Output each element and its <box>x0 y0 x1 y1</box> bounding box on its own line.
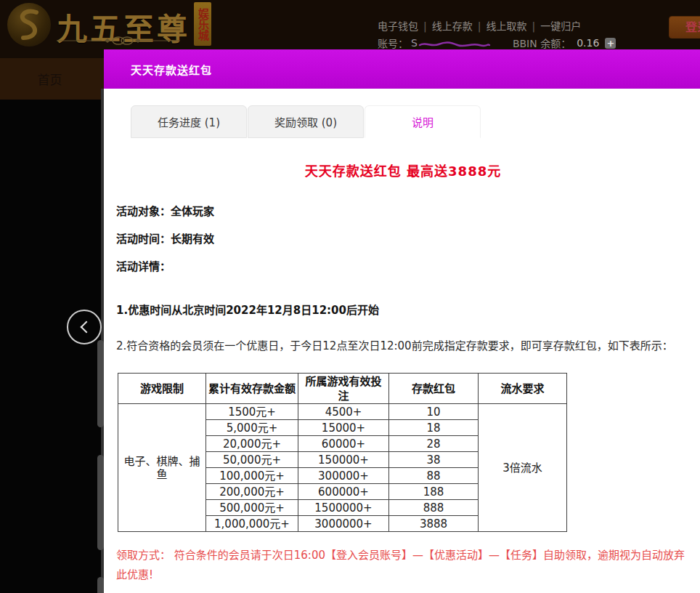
table-cell: 20,000元+ <box>206 436 298 452</box>
header-quick-links: 电子钱包|线上存款|线上取款|一键归户 <box>378 18 581 33</box>
table-cell: 1,000,000元+ <box>206 516 298 532</box>
table-cell: 18 <box>389 420 479 436</box>
link-online-withdraw[interactable]: 线上取款 <box>486 20 526 32</box>
deposit-bonus-table: 游戏限制 累计有效存款金额 所属游戏有效投注 存款红包 流水要求 电子、棋牌、捕… <box>118 373 567 532</box>
table-cell: 150000+ <box>298 452 389 468</box>
logo-mark-icon <box>7 3 51 47</box>
table-cell: 4500+ <box>298 404 389 420</box>
table-cell: 1500元+ <box>206 404 298 420</box>
dimmed-side-pill <box>97 577 104 593</box>
promo-rule-2: 2.符合资格的会员须在一个优惠日，于今日12点至次日12:00前完成指定存款要求… <box>116 339 690 352</box>
promo-modal: 天天存款送红包 任务进度 (1) 奖励领取 (0) 说明 天天存款送红包 最高送… <box>104 49 700 593</box>
account-label: 账号： <box>378 36 408 50</box>
col-valid-bets: 所属游戏有效投注 <box>298 374 389 404</box>
nav-item-home[interactable]: 首页 <box>0 58 99 100</box>
col-turnover: 流水要求 <box>479 374 567 404</box>
table-cell: 3888 <box>389 516 479 532</box>
table-cell: 10 <box>389 404 479 420</box>
table-cell: 500,000元+ <box>206 500 298 516</box>
cell-game-limit: 电子、棋牌、捕鱼 <box>118 404 206 532</box>
table-cell: 38 <box>389 452 479 468</box>
account-censor-scribble <box>418 39 491 50</box>
table-cell: 1500000+ <box>298 500 389 516</box>
link-online-deposit[interactable]: 线上存款 <box>432 20 473 32</box>
table-cell: 100,000元+ <box>206 468 298 484</box>
logo-badge: 娱乐城 <box>194 2 211 46</box>
account-value: S <box>411 37 418 49</box>
table-cell: 5,000元+ <box>206 420 298 436</box>
tab-reward-claim[interactable]: 奖励领取 (0) <box>248 105 364 138</box>
table-cell: 888 <box>389 500 479 516</box>
promo-detail-line: 活动详情： <box>116 260 690 273</box>
plus-icon[interactable]: + <box>605 38 616 49</box>
promo-target-line: 活动对象：全体玩家 <box>116 205 690 218</box>
dimmed-side-pill <box>97 340 104 427</box>
modal-header: 天天存款送红包 <box>104 49 700 89</box>
table-cell: 3000000+ <box>298 516 389 532</box>
balance-value: 0.16 <box>577 37 599 49</box>
ornament-divider-icon <box>57 35 180 49</box>
link-separator: | <box>423 20 427 32</box>
carousel-prev-button[interactable] <box>67 310 102 344</box>
promo-rule-1: 1.优惠时间从北京时间2022年12月8日12:00后开始 <box>116 304 690 317</box>
link-ewallet[interactable]: 电子钱包 <box>378 20 418 32</box>
table-cell: 28 <box>389 436 479 452</box>
dimmed-side-pill <box>97 455 104 550</box>
tab-description[interactable]: 说明 <box>365 105 481 138</box>
table-cell: 188 <box>389 484 479 500</box>
col-red-packet: 存款红包 <box>389 374 479 404</box>
modal-body: 任务进度 (1) 奖励领取 (0) 说明 天天存款送红包 最高送3888元 活动… <box>104 89 700 593</box>
link-separator: | <box>478 20 481 32</box>
col-game-limit: 游戏限制 <box>118 374 206 404</box>
tab-task-progress[interactable]: 任务进度 (1) <box>131 105 247 138</box>
table-cell: 15000+ <box>298 420 389 436</box>
claim-note: 领取方式： 符合条件的会员请于次日16:00【登入会员账号】—【优惠活动】—【任… <box>116 546 690 585</box>
modal-tabs: 任务进度 (1) 奖励领取 (0) 说明 <box>131 105 690 138</box>
promo-time-line: 活动时间：长期有效 <box>116 233 690 246</box>
table-header-row: 游戏限制 累计有效存款金额 所属游戏有效投注 存款红包 流水要求 <box>118 374 567 404</box>
col-deposit-amount: 累计有效存款金额 <box>206 374 298 404</box>
link-one-key-transfer[interactable]: 一键归户 <box>540 20 581 32</box>
balance-label: BBIN 余额： <box>513 36 571 50</box>
link-separator: | <box>532 20 535 32</box>
cell-turnover: 3倍流水 <box>479 404 567 532</box>
login-button[interactable]: 登录 <box>669 16 700 39</box>
table-cell: 50,000元+ <box>206 452 298 468</box>
modal-title: 天天存款送红包 <box>131 62 212 77</box>
promo-headline: 天天存款送红包 最高送3888元 <box>116 164 690 179</box>
table-cell: 200,000元+ <box>206 484 298 500</box>
table-row: 电子、棋牌、捕鱼 1500元+ 4500+ 10 3倍流水 <box>118 404 567 420</box>
table-cell: 60000+ <box>298 436 389 452</box>
account-row: 账号： S BBIN 余额： 0.16 + <box>378 36 616 50</box>
table-cell: 600000+ <box>298 484 389 500</box>
chevron-left-icon <box>80 321 92 334</box>
table-cell: 300000+ <box>298 468 389 484</box>
table-cell: 88 <box>389 468 479 484</box>
